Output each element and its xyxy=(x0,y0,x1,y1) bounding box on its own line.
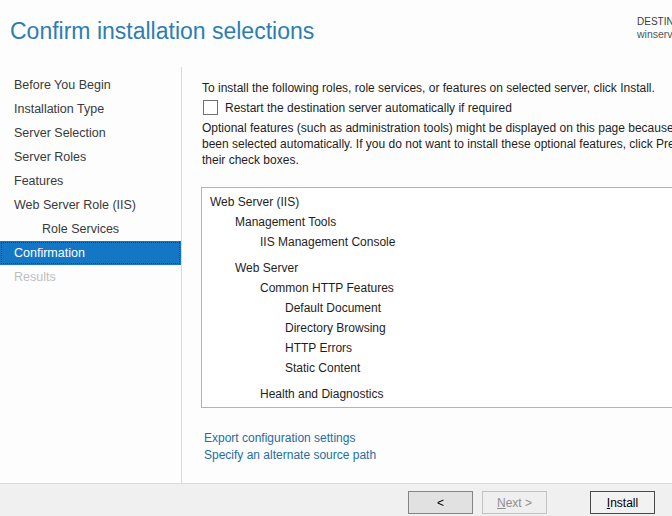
sidebar-item-server-selection[interactable]: Server Selection xyxy=(0,121,181,145)
sidebar-content-divider xyxy=(181,67,182,483)
tree-item-health-and-diagnostics[interactable]: Health and Diagnostics xyxy=(202,384,672,404)
install-button-suffix: nstall xyxy=(610,496,638,510)
wizard-sidebar: Before You Begin Installation Type Serve… xyxy=(0,73,181,289)
tree-item-web-server-iis[interactable]: Web Server (IIS) xyxy=(202,192,672,212)
tree-item-http-logging[interactable]: HTTP Logging xyxy=(202,404,672,408)
sidebar-item-confirmation[interactable]: Confirmation xyxy=(0,241,181,265)
next-button: Next > xyxy=(482,491,547,514)
alternate-source-path-link[interactable]: Specify an alternate source path xyxy=(204,448,376,462)
optional-note-line-1: Optional features (such as administratio… xyxy=(202,120,672,136)
sidebar-item-server-roles[interactable]: Server Roles xyxy=(0,145,181,169)
optional-features-note: Optional features (such as administratio… xyxy=(202,120,672,168)
tree-item-default-document[interactable]: Default Document xyxy=(202,298,672,318)
tree-item-static-content[interactable]: Static Content xyxy=(202,358,672,378)
restart-checkbox-label[interactable]: Restart the destination server automatic… xyxy=(225,101,512,115)
destination-server-label: DESTINATION SERVER xyxy=(637,15,672,28)
tree-item-iis-management-console[interactable]: IIS Management Console xyxy=(202,232,672,252)
previous-button-prefix: < xyxy=(437,496,444,510)
tree-item-common-http-features[interactable]: Common HTTP Features xyxy=(202,278,672,298)
install-button[interactable]: Install xyxy=(590,491,655,514)
tree-item-management-tools[interactable]: Management Tools xyxy=(202,212,672,232)
export-configuration-link[interactable]: Export configuration settings xyxy=(204,431,355,445)
sidebar-item-before-you-begin[interactable]: Before You Begin xyxy=(0,73,181,97)
optional-note-line-3: their check boxes. xyxy=(202,152,672,168)
wizard-button-bar: < Previous Next > Install xyxy=(0,483,672,516)
tree-item-web-server[interactable]: Web Server xyxy=(202,258,672,278)
restart-checkbox[interactable] xyxy=(203,100,218,115)
next-button-suffix: ext > xyxy=(506,496,532,510)
sidebar-item-web-server-role-iis[interactable]: Web Server Role (IIS) xyxy=(0,193,181,217)
sidebar-item-role-services[interactable]: Role Services xyxy=(0,217,181,241)
sidebar-item-features[interactable]: Features xyxy=(0,169,181,193)
destination-server-name: winserver xyxy=(637,28,672,41)
sidebar-item-results: Results xyxy=(0,265,181,289)
sidebar-item-installation-type[interactable]: Installation Type xyxy=(0,97,181,121)
restart-checkbox-row[interactable]: Restart the destination server automatic… xyxy=(203,100,512,115)
destination-server-block: DESTINATION SERVER winserver xyxy=(637,15,672,41)
intro-text: To install the following roles, role ser… xyxy=(202,81,655,95)
next-button-accesskey: N xyxy=(497,496,506,510)
tree-item-http-errors[interactable]: HTTP Errors xyxy=(202,338,672,358)
selected-features-list[interactable]: Web Server (IIS) Management Tools IIS Ma… xyxy=(201,187,672,408)
previous-button[interactable]: < Previous xyxy=(408,491,473,514)
tree-item-directory-browsing[interactable]: Directory Browsing xyxy=(202,318,672,338)
optional-note-line-2: been selected automatically. If you do n… xyxy=(202,136,672,152)
page-title: Confirm installation selections xyxy=(10,18,314,45)
